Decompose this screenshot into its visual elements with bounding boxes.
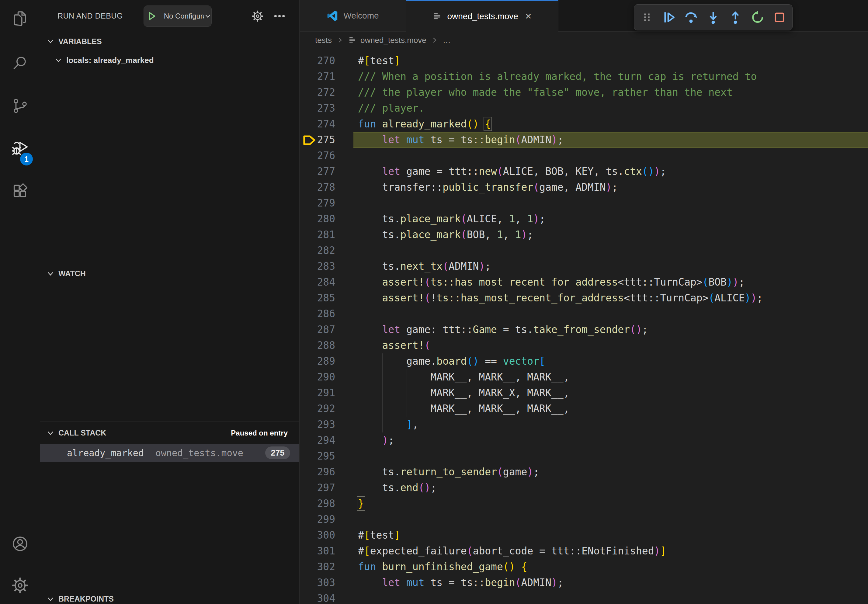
- code-line[interactable]: 276: [300, 148, 868, 164]
- code-line[interactable]: 282: [300, 243, 868, 259]
- line-number[interactable]: 297: [300, 480, 335, 496]
- line-number[interactable]: 303: [300, 575, 335, 591]
- search-icon[interactable]: [0, 45, 40, 82]
- code-line[interactable]: 272/// the player who made the "false" m…: [300, 85, 868, 101]
- code-line[interactable]: 292 MARK__, MARK__, MARK__,: [300, 401, 868, 417]
- settings-gear-icon[interactable]: [0, 567, 40, 604]
- tab-owned-tests-move[interactable]: owned_tests.move ✕: [406, 0, 558, 32]
- line-number[interactable]: 285: [300, 290, 335, 306]
- run-and-debug-icon[interactable]: 1: [0, 130, 40, 167]
- restart-icon[interactable]: [748, 7, 767, 28]
- tab-welcome[interactable]: Welcome: [300, 0, 406, 31]
- code-line[interactable]: 270#[test]: [300, 53, 868, 69]
- code-line[interactable]: 275 let mut ts = ts::begin(ADMIN);: [300, 132, 868, 148]
- line-number[interactable]: 282: [300, 243, 335, 259]
- line-number[interactable]: 301: [300, 543, 335, 559]
- step-into-icon[interactable]: [704, 7, 722, 28]
- code-line[interactable]: 302fun burn_unfinished_game() {: [300, 559, 868, 575]
- code-line[interactable]: 284 assert!(ts::has_most_recent_for_addr…: [300, 274, 868, 290]
- views-more-actions-icon[interactable]: [270, 7, 289, 26]
- call-stack-section-header[interactable]: CALL STACK Paused on entry: [40, 421, 299, 444]
- line-number[interactable]: 280: [300, 211, 335, 227]
- stop-icon[interactable]: [770, 7, 789, 28]
- variables-section-header[interactable]: VARIABLES: [40, 32, 299, 51]
- breakpoints-section-header[interactable]: BREAKPOINTS: [40, 590, 299, 604]
- line-number[interactable]: 296: [300, 464, 335, 480]
- code-line[interactable]: 278 transfer::public_transfer(game, ADMI…: [300, 180, 868, 195]
- account-icon[interactable]: [0, 525, 40, 562]
- code-line[interactable]: 289 game.board() == vector[: [300, 353, 868, 369]
- code-line[interactable]: 279: [300, 195, 868, 211]
- line-number[interactable]: 291: [300, 385, 335, 401]
- code-line[interactable]: 295: [300, 448, 868, 464]
- line-number[interactable]: 299: [300, 511, 335, 527]
- code-line[interactable]: 280 ts.place_mark(ALICE, 1, 1);: [300, 211, 868, 227]
- code-line[interactable]: 286: [300, 306, 868, 322]
- line-number[interactable]: 304: [300, 591, 335, 604]
- code-line[interactable]: 299: [300, 511, 868, 527]
- code-line[interactable]: 288 assert!(: [300, 338, 868, 353]
- line-number[interactable]: 298: [300, 496, 335, 511]
- start-debug-icon[interactable]: [144, 11, 160, 21]
- debug-settings-gear-icon[interactable]: [248, 7, 267, 26]
- source-control-icon[interactable]: [0, 88, 40, 124]
- close-icon[interactable]: ✕: [525, 12, 532, 21]
- line-number[interactable]: 286: [300, 306, 335, 322]
- code-line[interactable]: 287 let game: ttt::Game = ts.take_from_s…: [300, 322, 868, 338]
- line-number[interactable]: 277: [300, 164, 335, 180]
- code-line[interactable]: 277 let game = ttt::new(ALICE, BOB, KEY,…: [300, 164, 868, 180]
- line-number[interactable]: 270: [300, 53, 335, 69]
- code-text: assert!(: [358, 338, 430, 353]
- variables-scope-row[interactable]: locals: already_marked: [40, 52, 299, 69]
- code-line[interactable]: 283 ts.next_tx(ADMIN);: [300, 259, 868, 274]
- code-line[interactable]: 294 );: [300, 432, 868, 448]
- code-line[interactable]: 301#[expected_failure(abort_code = ttt::…: [300, 543, 868, 559]
- code-line[interactable]: 274fun already_marked() {: [300, 116, 868, 132]
- code-line[interactable]: 281 ts.place_mark(BOB, 1, 1);: [300, 227, 868, 243]
- line-number[interactable]: 288: [300, 338, 335, 353]
- line-number[interactable]: 279: [300, 195, 335, 211]
- code-line[interactable]: 293 ],: [300, 417, 868, 432]
- line-number[interactable]: 294: [300, 432, 335, 448]
- line-number[interactable]: 284: [300, 274, 335, 290]
- configuration-select[interactable]: No Configurations: [160, 12, 204, 20]
- code-line[interactable]: 285 assert!(!ts::has_most_recent_for_add…: [300, 290, 868, 306]
- line-number[interactable]: 289: [300, 353, 335, 369]
- line-number[interactable]: 292: [300, 401, 335, 417]
- explorer-icon[interactable]: [0, 0, 40, 37]
- line-number[interactable]: 293: [300, 417, 335, 432]
- line-number[interactable]: 271: [300, 69, 335, 85]
- breadcrumb-file[interactable]: owned_tests.move: [360, 36, 426, 45]
- breadcrumb-folder[interactable]: tests: [315, 36, 332, 45]
- step-over-icon[interactable]: [682, 7, 701, 28]
- continue-icon[interactable]: [660, 7, 679, 28]
- line-number[interactable]: 274: [300, 116, 335, 132]
- drag-grip-icon[interactable]: [637, 7, 656, 28]
- watch-section-header[interactable]: WATCH: [40, 264, 299, 283]
- extensions-icon[interactable]: [0, 173, 40, 209]
- code-line[interactable]: 300#[test]: [300, 527, 868, 543]
- line-number[interactable]: 281: [300, 227, 335, 243]
- line-number[interactable]: 287: [300, 322, 335, 338]
- code-line[interactable]: 271/// When a position is already marked…: [300, 69, 868, 85]
- step-out-icon[interactable]: [726, 7, 745, 28]
- line-number[interactable]: 302: [300, 559, 335, 575]
- line-number[interactable]: 283: [300, 259, 335, 274]
- code-line[interactable]: 297 ts.end();: [300, 480, 868, 496]
- line-number[interactable]: 290: [300, 369, 335, 385]
- code-line[interactable]: 298}: [300, 496, 868, 511]
- code-line[interactable]: 304: [300, 591, 868, 604]
- code-line[interactable]: 296 ts.return_to_sender(game);: [300, 464, 868, 480]
- line-number[interactable]: 295: [300, 448, 335, 464]
- line-number[interactable]: 273: [300, 101, 335, 116]
- line-number[interactable]: 272: [300, 85, 335, 101]
- code-line[interactable]: 290 MARK__, MARK__, MARK__,: [300, 369, 868, 385]
- breadcrumb-symbol-more[interactable]: …: [443, 36, 451, 45]
- call-stack-frame-row[interactable]: already_marked owned_tests.move 275: [40, 444, 299, 462]
- launch-configuration-button[interactable]: No Configurations: [144, 5, 212, 27]
- code-line[interactable]: 291 MARK__, MARK_X, MARK__,: [300, 385, 868, 401]
- line-number[interactable]: 278: [300, 180, 335, 195]
- code-line[interactable]: 303 let mut ts = ts::begin(ADMIN);: [300, 575, 868, 591]
- line-number[interactable]: 300: [300, 527, 335, 543]
- code-line[interactable]: 273/// player.: [300, 101, 868, 116]
